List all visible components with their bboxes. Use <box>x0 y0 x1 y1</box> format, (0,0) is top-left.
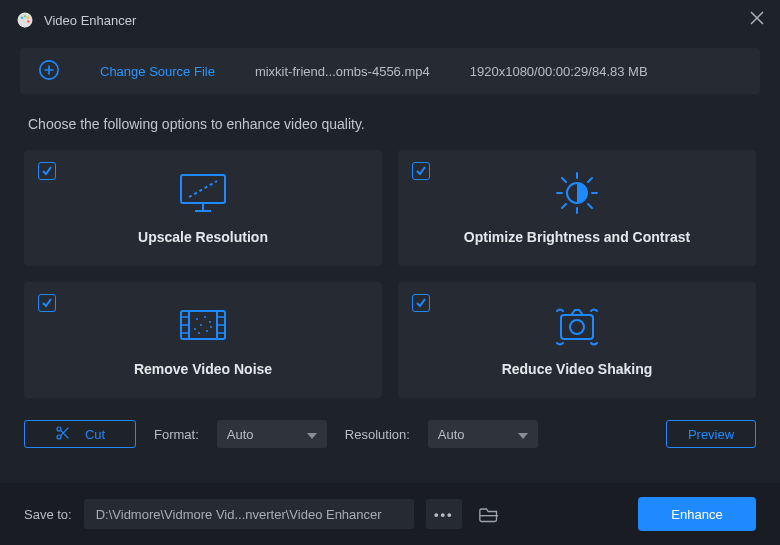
resolution-value: Auto <box>438 427 465 442</box>
plus-circle-icon[interactable] <box>38 59 60 84</box>
film-noise-icon <box>177 303 229 347</box>
svg-point-14 <box>206 330 208 332</box>
options-grid: Upscale Resolution Optimize Brightness a… <box>24 150 756 398</box>
option-reduce-shaking[interactable]: Reduce Video Shaking <box>398 282 756 398</box>
save-path-field[interactable]: D:\Vidmore\Vidmore Vid...nverter\Video E… <box>84 499 414 529</box>
svg-point-18 <box>570 320 584 334</box>
option-label: Reduce Video Shaking <box>502 361 653 377</box>
preview-label: Preview <box>688 427 734 442</box>
checkbox-upscale[interactable] <box>38 162 56 180</box>
svg-point-16 <box>198 332 200 334</box>
camera-shake-icon <box>551 303 603 347</box>
svg-point-12 <box>200 324 202 326</box>
checkbox-noise[interactable] <box>38 294 56 312</box>
cut-label: Cut <box>85 427 105 442</box>
svg-rect-6 <box>181 175 225 203</box>
format-value: Auto <box>227 427 254 442</box>
svg-point-3 <box>27 17 29 19</box>
footer: Save to: D:\Vidmore\Vidmore Vid...nverte… <box>0 483 780 545</box>
change-source-button[interactable]: Change Source File <box>100 64 215 79</box>
brightness-icon <box>553 171 601 215</box>
option-upscale-resolution[interactable]: Upscale Resolution <box>24 150 382 266</box>
source-row: Change Source File mixkit-friend...ombs-… <box>20 48 760 94</box>
resolution-label: Resolution: <box>345 427 410 442</box>
palette-icon <box>16 11 34 29</box>
option-brightness-contrast[interactable]: Optimize Brightness and Contrast <box>398 150 756 266</box>
option-remove-noise[interactable]: Remove Video Noise <box>24 282 382 398</box>
svg-point-11 <box>209 321 211 323</box>
enhance-label: Enhance <box>671 507 722 522</box>
svg-point-9 <box>196 318 198 320</box>
preview-button[interactable]: Preview <box>666 420 756 448</box>
format-label: Format: <box>154 427 199 442</box>
svg-rect-17 <box>561 315 593 339</box>
window-title: Video Enhancer <box>44 13 750 28</box>
resolution-select[interactable]: Auto <box>428 420 538 448</box>
titlebar: Video Enhancer <box>0 0 780 40</box>
save-path-value: D:\Vidmore\Vidmore Vid...nverter\Video E… <box>96 507 382 522</box>
svg-point-4 <box>27 20 29 22</box>
option-label: Remove Video Noise <box>134 361 272 377</box>
svg-point-20 <box>57 435 61 439</box>
format-select[interactable]: Auto <box>217 420 327 448</box>
chevron-down-icon <box>307 427 317 442</box>
option-label: Optimize Brightness and Contrast <box>464 229 690 245</box>
scissors-icon <box>55 425 71 444</box>
close-icon[interactable] <box>750 11 764 29</box>
option-label: Upscale Resolution <box>138 229 268 245</box>
svg-point-1 <box>21 17 23 19</box>
svg-point-10 <box>204 316 206 318</box>
checkbox-brightness[interactable] <box>412 162 430 180</box>
open-folder-button[interactable] <box>474 499 504 529</box>
instruction-text: Choose the following options to enhance … <box>28 116 752 132</box>
enhance-button[interactable]: Enhance <box>638 497 756 531</box>
source-file-name: mixkit-friend...ombs-4556.mp4 <box>255 64 430 79</box>
cut-button[interactable]: Cut <box>24 420 136 448</box>
save-to-label: Save to: <box>24 507 72 522</box>
controls-row: Cut Format: Auto Resolution: Auto Previe… <box>24 420 756 448</box>
chevron-down-icon <box>518 427 528 442</box>
svg-point-2 <box>24 15 26 17</box>
svg-point-15 <box>210 326 212 328</box>
checkbox-shaking[interactable] <box>412 294 430 312</box>
monitor-icon <box>175 171 231 215</box>
source-file-meta: 1920x1080/00:00:29/84.83 MB <box>470 64 648 79</box>
svg-point-13 <box>194 328 196 330</box>
browse-button[interactable]: ••• <box>426 499 462 529</box>
svg-point-19 <box>57 427 61 431</box>
